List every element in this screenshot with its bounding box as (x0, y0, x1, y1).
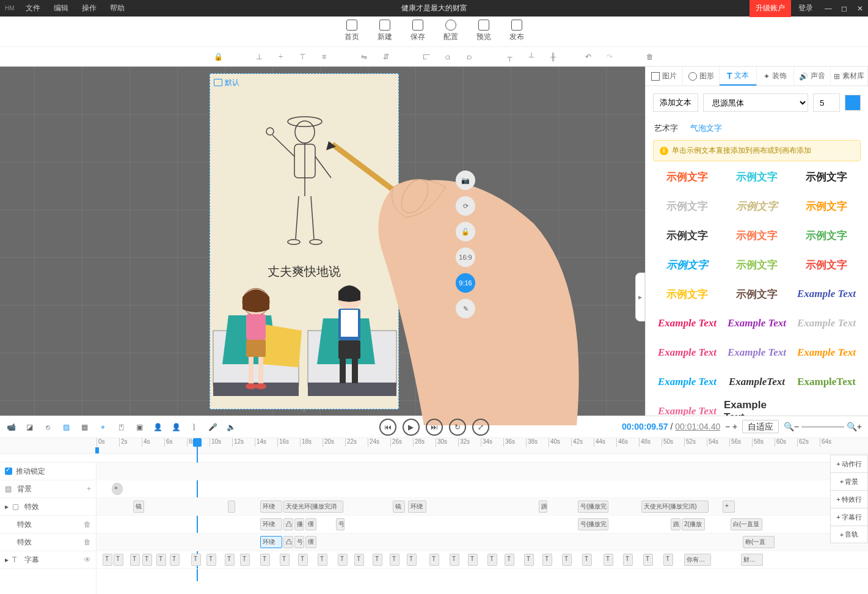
ratio-16-9-button[interactable]: 16:9 (456, 248, 475, 267)
sample-text[interactable]: Example Text (654, 314, 720, 332)
menu-action[interactable]: 操作 (76, 1, 103, 16)
align-center-icon[interactable]: ≡ (320, 52, 328, 62)
login-button[interactable]: 登录 (791, 1, 820, 16)
loop-button[interactable]: ↻ (449, 419, 466, 436)
track-fx2[interactable]: 特效🗑 (0, 516, 96, 534)
pushlock-checkbox[interactable] (5, 468, 12, 475)
unlock-button[interactable]: 🔓 (456, 222, 475, 241)
timeline-clip[interactable]: 跳 (671, 518, 680, 530)
subtitle-clip[interactable]: T (280, 554, 290, 566)
subtitle-clip[interactable]: T (562, 554, 572, 566)
caption-icon[interactable]: ▣ (134, 422, 144, 432)
sample-text[interactable]: 示例文字 (654, 197, 720, 215)
tool-home[interactable]: 首页 (345, 20, 359, 46)
track-subtitle[interactable]: ▸T字幕👁 (0, 551, 96, 569)
text-track-icon[interactable]: ⍞ (116, 422, 126, 432)
track-fx3[interactable]: 特效🗑 (0, 534, 96, 551)
subtitle-clip[interactable]: T (487, 554, 497, 566)
sample-text[interactable]: 示例文字 (793, 197, 859, 215)
start-marker[interactable] (95, 447, 99, 453)
sample-text[interactable]: 示例文字 (654, 285, 720, 303)
subtitle-clip[interactable]: T (114, 554, 123, 566)
subtitle-clip[interactable]: T (338, 554, 348, 566)
volume-icon[interactable]: 🔈 (226, 422, 236, 432)
search-icon[interactable]: ⌖ (98, 422, 108, 432)
zoom-out-icon[interactable]: − (725, 422, 730, 431)
timeline-clip[interactable]: 号 (336, 518, 345, 530)
playhead[interactable] (193, 438, 202, 447)
menu-edit[interactable]: 编辑 (48, 1, 75, 16)
export-icon[interactable]: ⎋ (43, 422, 53, 432)
chevron-down-icon[interactable]: ⌄ (301, 404, 308, 414)
sample-text[interactable]: Example Text (793, 343, 859, 362)
sample-text[interactable]: Example Text (654, 373, 720, 391)
subtitle-clip[interactable]: T (103, 554, 112, 566)
flip-v-icon[interactable]: ⇵ (382, 52, 390, 62)
timeline-clip[interactable]: 2(播放 (682, 518, 705, 530)
maximize-button[interactable]: ◻ (836, 4, 852, 13)
prev-button[interactable]: ⏮ (379, 419, 396, 436)
ratio-9-16-button[interactable]: 9:16 (456, 273, 475, 293)
timeline-clip[interactable]: 凸 (283, 536, 293, 548)
subtitle-clip[interactable]: T (206, 554, 216, 566)
align-middle-icon[interactable]: ÷ (277, 52, 285, 62)
subtitle-clip[interactable]: T (429, 554, 439, 566)
subtitle-clip[interactable]: T (623, 554, 633, 566)
panel-collapse-handle[interactable]: ▸ (635, 273, 645, 321)
sample-text[interactable]: Example Text (793, 314, 859, 332)
undo-icon[interactable]: ↶ (584, 52, 592, 62)
subtitle-clip[interactable]: T (240, 554, 250, 566)
subtitle-clip[interactable]: 财… (741, 554, 763, 566)
tab-text[interactable]: T文本 (720, 67, 757, 86)
sample-text[interactable]: 示例文字 (793, 226, 859, 244)
subtitle-clip[interactable]: T (225, 554, 235, 566)
subtitle-clip[interactable]: T (604, 554, 613, 566)
tool-config[interactable]: 配置 (443, 20, 458, 46)
stage[interactable]: 默认 (210, 73, 399, 409)
redo-icon[interactable]: ↷ (606, 52, 614, 62)
sample-text[interactable]: 示例文字 (793, 167, 859, 186)
next-button[interactable]: ⏭ (426, 419, 443, 436)
timeline-clip[interactable]: 白(一直显 (731, 518, 762, 530)
zoom-in-icon[interactable]: + (732, 422, 737, 431)
subtitle-clip[interactable]: T (318, 554, 327, 566)
menu-help[interactable]: 帮助 (104, 1, 131, 16)
distribute-h-icon[interactable]: ┬ (506, 52, 514, 62)
timeline-clip[interactable]: 天使光环(播放完消) (641, 501, 709, 513)
upgrade-button[interactable]: 升级账户 (749, 0, 791, 17)
fit-button[interactable]: 自适应 (742, 420, 779, 433)
sample-text[interactable]: Example Text (724, 343, 790, 362)
sample-text[interactable]: 示例文字 (654, 255, 720, 274)
subtitle-clip[interactable]: T (663, 554, 673, 566)
timeline-clip[interactable]: 缓 (305, 536, 316, 548)
track-body[interactable]: + 镜环绕天使光环(播放完消镜环绕跳号(播放完天使光环(播放完消)+ 环绕凸播缓… (97, 463, 868, 594)
add-action-row[interactable]: + 动作行 (830, 455, 868, 472)
tab-decor[interactable]: ✦装饰 (757, 67, 794, 86)
distribute-icon[interactable]: ╫ (549, 52, 557, 62)
subtitle-clip[interactable]: T (298, 554, 308, 566)
sample-text[interactable]: 示例文字 (654, 167, 720, 186)
menu-file[interactable]: 文件 (20, 1, 46, 16)
timeline-clip[interactable]: 缓 (305, 518, 316, 530)
wave-icon[interactable]: ⦚ (189, 422, 199, 432)
timeline-clip[interactable]: 镜 (393, 501, 405, 513)
close-button[interactable]: ✕ (852, 4, 868, 13)
fx-row1-body[interactable]: 镜环绕天使光环(播放完消镜环绕跳号(播放完天使光环(播放完消)+ (97, 498, 868, 516)
subtitle-clip[interactable]: T (468, 554, 478, 566)
subtitle-clip[interactable]: T (643, 554, 653, 566)
add-audio-row[interactable]: + 音轨 (830, 526, 868, 543)
add-subtitle-row[interactable]: + 字幕行 (830, 508, 868, 526)
sample-text[interactable]: 示例文字 (724, 255, 790, 274)
add-bg-row[interactable]: + 背景 (830, 472, 868, 490)
tab-library[interactable]: ⊞素材库 (831, 67, 868, 86)
camera-icon[interactable]: 📹 (6, 422, 16, 432)
subtitle-clip[interactable]: T (390, 554, 399, 566)
tab-shape[interactable]: 图形 (683, 67, 720, 86)
trash-icon[interactable]: 🗑 (646, 52, 654, 62)
subtitle-clip[interactable]: T (156, 554, 166, 566)
flip-h-icon[interactable]: ⇋ (360, 52, 368, 62)
timeline-clip[interactable]: 环绕 (260, 536, 282, 548)
subtitle-clip[interactable]: T (260, 554, 270, 566)
subtitle-clip[interactable]: T (191, 554, 201, 566)
subtitle-clip[interactable]: T (582, 554, 592, 566)
